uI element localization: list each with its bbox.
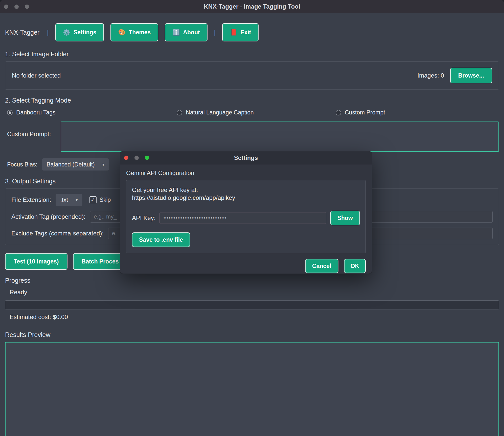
radio-icon: [177, 110, 182, 115]
custom-prompt-row: Custom Prompt:: [7, 122, 499, 152]
checkbox-checked-icon[interactable]: ✓: [89, 196, 97, 203]
file-extension-dropdown[interactable]: .txt ▾: [56, 194, 82, 206]
minimize-window-button[interactable]: [14, 5, 19, 9]
file-extension-value: .txt: [60, 197, 68, 203]
about-button-label: About: [183, 29, 200, 36]
window-title: KNX-Tagger - Image Tagging Tool: [204, 3, 300, 10]
app-label: KNX-Tagger: [5, 29, 39, 36]
about-button[interactable]: ℹ️ About: [165, 23, 207, 41]
focus-bias-dropdown[interactable]: Balanced (Default) ▾: [42, 158, 109, 171]
tagging-mode-radios: Danbooru Tags Natural Language Caption C…: [7, 109, 499, 116]
book-icon: 📕: [230, 29, 237, 36]
gemini-api-config-heading: Gemini API Configuration: [126, 169, 366, 177]
mode-section-heading: 2. Select Tagging Mode: [5, 97, 499, 104]
settings-button[interactable]: ⚙️ Settings: [55, 23, 104, 41]
settings-dialog-titlebar: Settings: [120, 151, 372, 164]
activation-tag-label: Activation Tag (prepended):: [11, 213, 85, 220]
progress-heading: Progress: [5, 277, 499, 284]
file-extension-label: File Extension:: [11, 196, 51, 203]
api-key-input[interactable]: [159, 212, 326, 224]
radio-natural-label: Natural Language Caption: [186, 109, 254, 116]
api-key-info-link: https://aistudio.google.com/app/apikey: [132, 194, 360, 202]
dialog-close-button[interactable]: [124, 156, 128, 160]
batch-process-button[interactable]: Batch Proces: [73, 253, 127, 270]
show-api-key-button[interactable]: Show: [330, 211, 360, 225]
cancel-button[interactable]: Cancel: [305, 259, 338, 273]
api-key-label: API Key:: [132, 214, 155, 222]
exit-button-label: Exit: [240, 29, 251, 36]
dialog-minimize-button[interactable]: [134, 156, 139, 160]
api-key-row: API Key: Show: [132, 211, 360, 225]
radio-danbooru-tags[interactable]: Danbooru Tags: [7, 109, 177, 116]
chevron-down-icon: ▾: [102, 162, 105, 167]
close-window-button[interactable]: [4, 5, 8, 9]
exclude-tags-label: Exclude Tags (comma-separated):: [11, 230, 104, 237]
folder-status: No folder selected: [12, 72, 61, 79]
chevron-down-icon: ▾: [76, 197, 78, 203]
settings-dialog: Settings Gemini API Configuration Get yo…: [120, 151, 372, 274]
skip-checkbox-wrap[interactable]: ✓ Skip: [89, 196, 111, 203]
progress-bar: [5, 300, 499, 309]
custom-prompt-textarea[interactable]: [61, 122, 499, 152]
traffic-lights: [4, 0, 29, 13]
toolbar-separator: |: [47, 29, 49, 36]
settings-dialog-title: Settings: [234, 154, 258, 161]
toolbar: KNX-Tagger | ⚙️ Settings 🎨 Themes ℹ️ Abo…: [5, 21, 499, 43]
api-config-groupbox: Get your free API key at: https://aistud…: [126, 180, 366, 253]
gear-icon: ⚙️: [63, 29, 71, 36]
focus-bias-value: Balanced (Default): [47, 161, 95, 168]
images-count: Images: 0: [417, 72, 444, 79]
themes-button-label: Themes: [129, 29, 151, 36]
dialog-traffic-lights: [124, 151, 149, 164]
themes-button[interactable]: 🎨 Themes: [110, 23, 158, 41]
toolbar-separator-2: |: [214, 29, 216, 36]
settings-dialog-footer: Cancel OK: [126, 259, 366, 273]
estimated-cost: Estimated cost: $0.00: [10, 313, 499, 321]
folder-section-heading: 1. Select Image Folder: [5, 51, 499, 58]
api-key-info-line1: Get your free API key at:: [132, 186, 360, 194]
radio-icon: [336, 110, 341, 115]
maximize-window-button[interactable]: [25, 5, 29, 9]
radio-danbooru-label: Danbooru Tags: [16, 109, 56, 116]
app-window: KNX-Tagger - Image Tagging Tool KNX-Tagg…: [0, 0, 504, 436]
skip-checkbox-label: Skip: [100, 197, 111, 203]
test-button[interactable]: Test (10 Images): [5, 253, 67, 270]
radio-natural-language[interactable]: Natural Language Caption: [177, 109, 336, 116]
results-heading: Results Preview: [5, 331, 499, 338]
window-titlebar: KNX-Tagger - Image Tagging Tool: [0, 0, 504, 13]
folder-panel: No folder selected Images: 0 Browse...: [5, 61, 499, 90]
ok-button[interactable]: OK: [344, 259, 366, 273]
exit-button[interactable]: 📕 Exit: [222, 23, 259, 41]
info-icon: ℹ️: [172, 29, 180, 36]
palette-icon: 🎨: [118, 29, 126, 36]
dialog-zoom-button[interactable]: [145, 156, 149, 160]
save-env-button[interactable]: Save to .env file: [132, 232, 190, 247]
radio-custom-prompt[interactable]: Custom Prompt: [336, 109, 385, 116]
browse-button[interactable]: Browse...: [450, 68, 492, 83]
radio-custom-label: Custom Prompt: [345, 109, 385, 116]
radio-icon: [7, 110, 13, 115]
settings-button-label: Settings: [74, 29, 97, 36]
focus-bias-label: Focus Bias:: [7, 161, 37, 168]
progress-status: Ready: [10, 289, 499, 296]
results-preview-panel: [5, 342, 499, 436]
custom-prompt-label: Custom Prompt:: [7, 122, 61, 138]
settings-dialog-body: Gemini API Configuration Get your free A…: [120, 164, 372, 273]
